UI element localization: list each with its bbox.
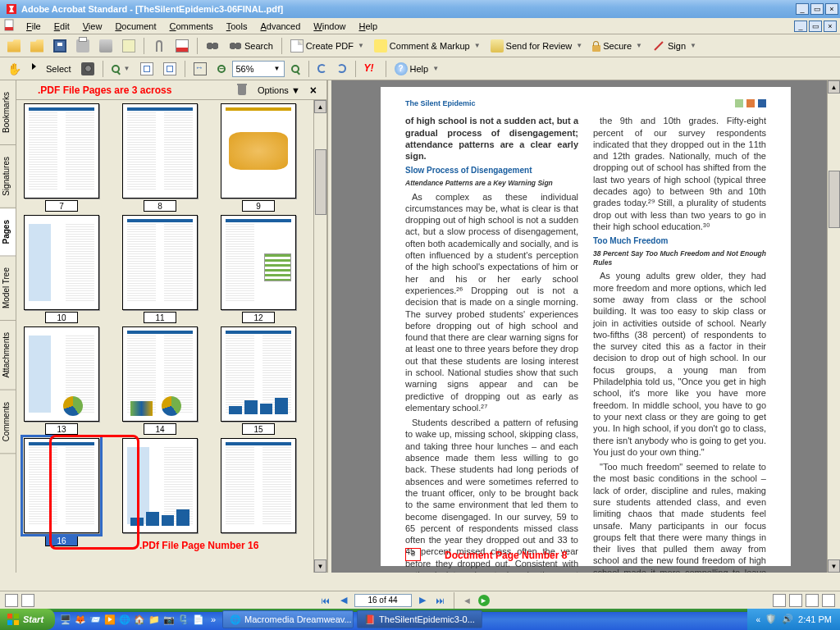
restore-button[interactable]: ▭ xyxy=(810,3,824,15)
thumb-8[interactable] xyxy=(122,103,198,199)
export-button[interactable] xyxy=(171,37,193,55)
first-page-button[interactable]: ⏮ xyxy=(318,594,333,607)
save-button[interactable] xyxy=(49,37,71,55)
ql-3[interactable]: 📨 xyxy=(88,611,103,628)
task-acrobat[interactable]: 📕 TheSilentEpidemic3-0... xyxy=(357,610,482,628)
pages-options-button[interactable]: Options ▼ xyxy=(253,84,305,97)
menu-edit[interactable]: Edit xyxy=(48,20,76,33)
menu-window[interactable]: Window xyxy=(307,20,352,33)
zoom-in2-button[interactable] xyxy=(286,60,304,78)
ql-4[interactable]: ▶️ xyxy=(103,611,117,628)
scroll-down-button[interactable]: ▼ xyxy=(314,559,326,573)
scroll-down-button[interactable]: ▼ xyxy=(828,559,840,573)
menu-advanced[interactable]: Advanced xyxy=(253,20,307,33)
thumb-13[interactable] xyxy=(24,326,99,422)
send-review-button[interactable]: Send for Review▼ xyxy=(486,37,587,55)
thumb-16[interactable] xyxy=(24,438,99,533)
thumb-10[interactable] xyxy=(24,215,99,310)
forward-button[interactable]: ► xyxy=(478,595,490,606)
tray-expand[interactable]: « xyxy=(756,615,760,624)
menu-comments[interactable]: Comments xyxy=(163,20,220,33)
print-button[interactable] xyxy=(72,37,94,55)
menu-file[interactable]: FFileile xyxy=(20,20,48,33)
mdi-minimize-button[interactable]: _ xyxy=(794,21,807,32)
tab-model-tree[interactable]: Model Tree xyxy=(0,256,16,321)
tray-clock[interactable]: 2:41 PM xyxy=(798,614,832,624)
open2-button[interactable] xyxy=(26,37,48,55)
task-dreamweaver[interactable]: 🌐 Macromedia Dreamweav... xyxy=(222,610,354,628)
thumb-7[interactable] xyxy=(24,103,99,199)
menu-view[interactable]: View xyxy=(76,20,109,33)
comment-markup-button[interactable]: Comment & Markup▼ xyxy=(370,37,485,55)
mdi-close-button[interactable]: × xyxy=(824,21,837,32)
layout-single-button[interactable] xyxy=(773,594,786,607)
menu-help[interactable]: Help xyxy=(353,20,385,33)
zoom-dynamic-button[interactable] xyxy=(136,60,158,78)
ql-more[interactable]: » xyxy=(206,611,221,628)
tab-signatures[interactable]: Signatures xyxy=(0,145,16,208)
thumb-18[interactable] xyxy=(221,438,296,533)
document-view[interactable]: The Silent Epidemic of high school is no… xyxy=(331,80,840,573)
single-page-button[interactable] xyxy=(5,594,18,607)
tab-pages[interactable]: Pages xyxy=(0,208,16,256)
rotate-cw-button[interactable] xyxy=(333,60,351,78)
scroll-thumb[interactable] xyxy=(829,171,840,228)
actual-size-button[interactable] xyxy=(189,60,211,78)
tray-icon-2[interactable]: 🔊 xyxy=(782,614,793,625)
continuous-button[interactable] xyxy=(21,594,34,607)
minimize-button[interactable]: _ xyxy=(796,3,809,15)
thumb-17[interactable] xyxy=(122,438,198,533)
ql-5[interactable]: 🌐 xyxy=(117,611,132,628)
mdi-restore-button[interactable]: ▭ xyxy=(809,21,822,32)
select-tool-button[interactable]: Select xyxy=(26,60,75,78)
prev-page-button[interactable]: ◀ xyxy=(336,594,351,607)
menu-document[interactable]: Document xyxy=(108,20,162,33)
menu-tools[interactable]: Tools xyxy=(220,20,254,33)
tab-attachments[interactable]: Attachments xyxy=(0,321,16,390)
email-button[interactable] xyxy=(118,37,139,55)
rotate-ccw-button[interactable] xyxy=(313,60,331,78)
close-button[interactable]: × xyxy=(825,3,838,15)
ql-9[interactable]: 🗜️ xyxy=(176,611,191,628)
search-button[interactable]: Search xyxy=(225,37,277,55)
thumb-11[interactable] xyxy=(122,215,198,310)
start-button[interactable]: Start xyxy=(0,609,55,630)
ql-1[interactable]: 🖥️ xyxy=(58,611,73,628)
attach-button[interactable] xyxy=(148,37,170,55)
pages-close-button[interactable]: × xyxy=(305,84,322,97)
create-pdf-button[interactable]: Create PDF▼ xyxy=(286,37,368,55)
layout-cont-facing-button[interactable] xyxy=(822,594,835,607)
scroll-up-button[interactable]: ▲ xyxy=(828,80,840,94)
secure-button[interactable]: Secure▼ xyxy=(588,37,646,55)
ql-8[interactable]: 📷 xyxy=(162,611,176,628)
scroll-up-button[interactable]: ▲ xyxy=(314,100,326,113)
help-button[interactable]: ?Help▼ xyxy=(390,60,444,78)
tab-comments[interactable]: Comments xyxy=(0,390,16,454)
layout-cont-button[interactable] xyxy=(789,594,802,607)
zoom-in-button[interactable]: ▼ xyxy=(107,60,135,78)
ql-7[interactable]: 📁 xyxy=(147,611,162,628)
scroll-thumb[interactable] xyxy=(315,149,326,215)
zoom-combo[interactable]: 56%▼ xyxy=(232,61,285,77)
thumb-9[interactable] xyxy=(221,103,296,199)
last-page-button[interactable]: ⏭ xyxy=(433,594,448,607)
snapshot-button[interactable] xyxy=(77,60,98,78)
thumb-12[interactable] xyxy=(221,215,296,310)
thumb-15[interactable] xyxy=(221,326,296,422)
zoom-out-button[interactable] xyxy=(212,60,231,78)
layout-facing-button[interactable] xyxy=(806,594,819,607)
delete-page-button[interactable] xyxy=(231,81,253,99)
open-button[interactable] xyxy=(3,37,25,55)
next-page-button[interactable]: ▶ xyxy=(415,594,430,607)
doc-menu-icon[interactable] xyxy=(3,19,16,34)
zoom-dynamic2-button[interactable] xyxy=(159,60,180,78)
organizer-button[interactable] xyxy=(95,37,116,55)
doc-scrollbar[interactable]: ▲ ▼ xyxy=(827,80,840,573)
hand-tool-button[interactable]: ✋ xyxy=(3,60,25,78)
ql-2[interactable]: 🦊 xyxy=(73,611,88,628)
back-button[interactable]: ◄ xyxy=(460,594,475,607)
tab-bookmarks[interactable]: Bookmarks xyxy=(0,80,16,145)
find-button[interactable] xyxy=(202,37,223,55)
page-indicator[interactable]: 16 of 44 xyxy=(354,594,412,607)
thumb-14[interactable] xyxy=(122,326,198,422)
